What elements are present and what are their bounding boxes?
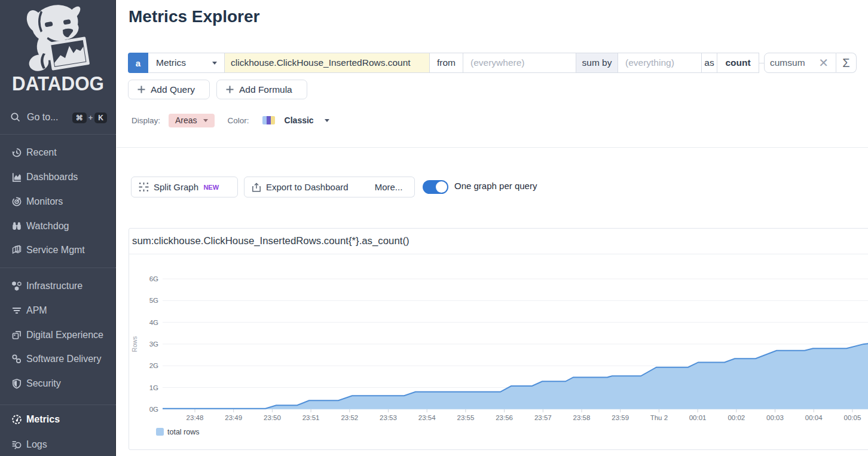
svg-text:23:57: 23:57 — [534, 414, 552, 421]
svg-text:5G: 5G — [149, 297, 158, 304]
svg-text:23:58: 23:58 — [573, 414, 591, 421]
svg-text:00:03: 00:03 — [766, 414, 784, 421]
svg-text:4G: 4G — [149, 319, 158, 326]
svg-text:2G: 2G — [149, 362, 158, 369]
svg-text:23:48: 23:48 — [187, 414, 204, 421]
svg-text:23:53: 23:53 — [380, 414, 397, 421]
svg-text:23:51: 23:51 — [302, 414, 320, 421]
svg-text:23:56: 23:56 — [496, 414, 513, 421]
svg-text:0G: 0G — [149, 406, 158, 413]
svg-text:3G: 3G — [149, 341, 158, 348]
svg-text:00:05: 00:05 — [844, 414, 861, 421]
svg-text:Thu 2: Thu 2 — [650, 414, 668, 421]
svg-text:23:55: 23:55 — [457, 414, 475, 421]
svg-text:00:01: 00:01 — [689, 414, 707, 421]
svg-text:Rows: Rows — [131, 336, 138, 352]
svg-text:00:04: 00:04 — [805, 414, 823, 421]
svg-text:1G: 1G — [149, 384, 158, 391]
svg-text:total rows: total rows — [167, 428, 200, 436]
svg-text:23:59: 23:59 — [612, 414, 629, 421]
svg-text:23:54: 23:54 — [418, 414, 436, 421]
svg-text:00:02: 00:02 — [728, 414, 745, 421]
svg-text:23:52: 23:52 — [341, 414, 358, 421]
svg-text:23:49: 23:49 — [225, 414, 242, 421]
svg-text:6G: 6G — [149, 275, 158, 282]
svg-text:23:50: 23:50 — [264, 414, 281, 421]
